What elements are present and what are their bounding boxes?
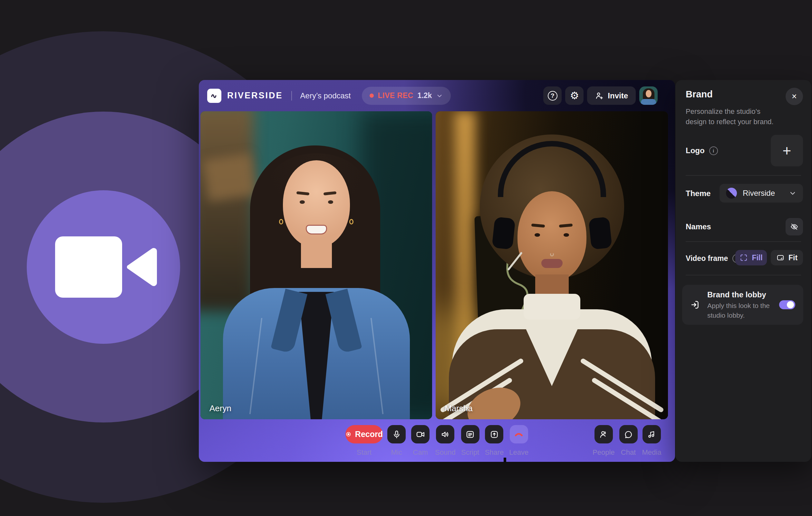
participant-video-marsha: [436, 111, 668, 419]
sound-icon: [440, 430, 450, 439]
video-frame-fill-button[interactable]: Fill: [735, 250, 767, 265]
sound-button[interactable]: [436, 425, 454, 443]
invite-button[interactable]: Invite: [587, 86, 636, 105]
eye-off-icon: [790, 222, 799, 231]
chevron-down-icon: [789, 189, 796, 197]
frame-fit-icon: [776, 253, 785, 262]
video-camera-icon: [46, 227, 161, 307]
cam-button[interactable]: [411, 425, 430, 443]
call-controls: Record Start Mic Cam: [345, 425, 528, 457]
invite-label: Invite: [608, 91, 628, 100]
people-icon: [599, 430, 608, 439]
live-viewer-count: 1.2k: [417, 91, 432, 100]
headphone-cup: [588, 217, 612, 250]
media-button[interactable]: [642, 425, 661, 443]
person-plus-icon: [595, 91, 604, 100]
toolbar-leave: Leave: [509, 425, 528, 457]
video-frame-fit-button[interactable]: Fit: [771, 250, 803, 265]
panel-subtitle: Personalize the studio’s design to refle…: [686, 106, 782, 127]
toolbar-script: Script: [461, 425, 480, 457]
name-tag-aeryn: Aeryn: [209, 403, 231, 413]
video-tile-aeryn[interactable]: Aeryn: [200, 111, 432, 419]
info-icon: i: [709, 146, 718, 155]
video-frame-row-label: Video frame i: [686, 254, 741, 263]
lobby-subtitle: Apply this look to the studio lobby.: [707, 301, 772, 320]
frame-fill-icon: [740, 253, 748, 262]
headphone-cup: [492, 217, 516, 250]
lobby-title: Brand the lobby: [707, 290, 766, 299]
text-cursor-artifact: [504, 458, 506, 462]
background-shelf: [200, 111, 254, 311]
theme-color-icon: [726, 188, 737, 199]
names-row-label: Names: [686, 222, 711, 231]
cam-icon: [416, 430, 425, 439]
theme-select[interactable]: Riverside: [720, 184, 803, 202]
record-sub-label: Start: [357, 448, 372, 457]
help-icon: ?: [548, 91, 557, 101]
script-icon: [465, 430, 475, 439]
close-panel-button[interactable]: ×: [786, 88, 803, 105]
close-icon: ×: [792, 91, 797, 102]
name-tag-marsha: Marsha: [445, 403, 473, 413]
panel-title: Brand: [686, 89, 713, 100]
divider: [686, 241, 801, 242]
top-bar: RIVERSIDE Aery’s podcast LIVE REC 1.2k ?…: [199, 80, 675, 111]
divider: [686, 175, 801, 176]
theme-value: Riverside: [743, 189, 775, 198]
video-tile-marsha[interactable]: Marsha: [436, 111, 668, 419]
settings-button[interactable]: ⚙: [565, 86, 584, 105]
studio-window: RIVERSIDE Aery’s podcast LIVE REC 1.2k ?…: [199, 80, 675, 462]
leave-icon: [514, 429, 524, 440]
toggle-names-visibility-button[interactable]: [786, 218, 803, 236]
toolbar-mic: Mic: [387, 425, 406, 457]
toolbar-people: People: [592, 425, 615, 457]
riverside-logo-icon: [207, 89, 221, 103]
user-avatar[interactable]: [639, 86, 658, 105]
topbar-divider: [291, 91, 292, 101]
brand-wordmark: RIVERSIDE: [227, 91, 283, 101]
logo-row-label: Logo i: [686, 146, 718, 155]
live-dot-icon: [370, 93, 374, 98]
record-label: Record: [355, 430, 383, 439]
topbar-actions: ? ⚙ Invite: [543, 86, 658, 105]
toggle-knob: [787, 301, 794, 308]
brand-lobby-toggle[interactable]: [779, 300, 795, 309]
mic-button[interactable]: [387, 425, 406, 443]
brand-panel: Brand × Personalize the studio’s design …: [675, 80, 811, 462]
live-rec-badge[interactable]: LIVE REC 1.2k: [362, 87, 451, 105]
chevron-down-icon: [436, 92, 443, 99]
record-icon: [345, 430, 352, 439]
chat-icon: [624, 430, 633, 439]
participant-video-aeryn: [200, 111, 432, 419]
toolbar-share: Share: [485, 425, 504, 457]
chat-button[interactable]: [619, 425, 638, 443]
toolbar-sound: Sound: [435, 425, 456, 457]
gear-icon: ⚙: [570, 91, 579, 101]
theme-row-label: Theme: [686, 189, 710, 198]
record-button[interactable]: Record: [345, 425, 383, 443]
toolbar-media: Media: [642, 425, 662, 457]
panel-controls: People Chat Media: [592, 425, 661, 457]
mic-icon: [392, 430, 402, 439]
plus-icon: +: [783, 142, 791, 159]
record-control: Record Start: [345, 425, 383, 457]
divider: [686, 275, 801, 275]
share-button[interactable]: [485, 425, 503, 443]
portrait-face: [518, 191, 586, 281]
desktop-background: RIVERSIDE Aery’s podcast LIVE REC 1.2k ?…: [0, 0, 812, 516]
people-button[interactable]: [594, 425, 613, 443]
studio-title: Aery’s podcast: [300, 91, 351, 100]
toolbar-cam: Cam: [411, 425, 430, 457]
media-icon: [647, 430, 656, 439]
toolbar-chat: Chat: [619, 425, 638, 457]
enter-lobby-icon: [690, 300, 700, 310]
share-icon: [489, 430, 499, 439]
help-button[interactable]: ?: [543, 86, 562, 105]
brand-lobby-card: Brand the lobby Apply this look to the s…: [682, 285, 803, 325]
live-rec-label: LIVE REC: [378, 91, 413, 100]
script-button[interactable]: [461, 425, 480, 443]
add-logo-button[interactable]: +: [771, 135, 803, 166]
leave-button[interactable]: [510, 425, 528, 443]
